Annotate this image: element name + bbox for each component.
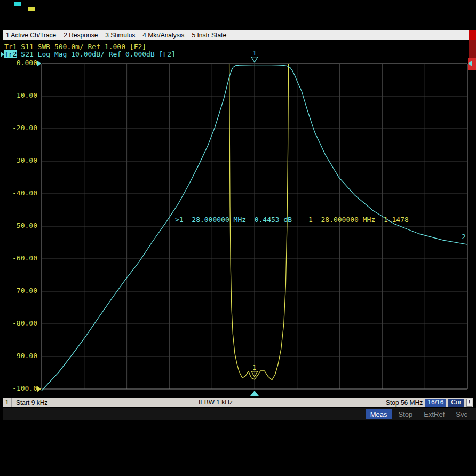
separator xyxy=(473,410,473,418)
marker-1-label-tr1: 1 xyxy=(252,364,256,371)
instrument-button-svc[interactable]: Svc xyxy=(451,409,472,419)
instrument-button-extref[interactable]: ExtRef xyxy=(419,409,449,419)
status-bar-right: Stop 56 MHz 16/16 Cor ! xyxy=(386,399,473,407)
separator xyxy=(418,410,418,418)
channel-number: 1 xyxy=(3,398,12,407)
correction-status-badge: Cor xyxy=(448,399,464,407)
start-frequency[interactable]: Start 9 kHz xyxy=(16,399,47,407)
instrument-button-stop[interactable]: Stop xyxy=(394,409,418,419)
marker-1-label-tr2: 1 xyxy=(252,50,256,57)
marker-stimulus-indicator[interactable] xyxy=(250,391,259,396)
stop-frequency[interactable]: Stop 56 MHz xyxy=(386,399,423,407)
instrument-button-meas[interactable]: Meas xyxy=(366,409,392,419)
trace2-end-label: 2 xyxy=(462,233,466,241)
alert-indicator[interactable]: ! xyxy=(466,399,472,407)
ref-level-indicator-tr2-left[interactable] xyxy=(37,60,41,67)
ref-level-indicator-tr2-right[interactable] xyxy=(468,60,472,67)
instrument-buttons: MeasStopExtRefSvc xyxy=(366,409,474,419)
averaging-counter-badge: 16/16 xyxy=(425,399,446,407)
separator xyxy=(393,410,393,418)
status-bar: 1 Start 9 kHz IFBW 1 kHz Stop 56 MHz 16/… xyxy=(3,398,473,407)
separator xyxy=(450,410,450,418)
vna-screen: 1 Active Ch/Trace2 Response3 Stimulus4 M… xyxy=(0,0,476,476)
marker-1-triangle-tr2[interactable] xyxy=(251,57,258,62)
instrument-status-bar: MeasStopExtRefSvc xyxy=(3,408,476,420)
ifbw-value[interactable]: IFBW 1 kHz xyxy=(199,399,233,407)
marker1-readout-trace2: >1 28.000000 MHz -0.4453 dB xyxy=(175,216,292,224)
marker1-readout-trace1: 1 28.000000 MHz 1.1478 xyxy=(308,216,409,224)
ref-level-indicator-tr1-left[interactable] xyxy=(37,386,41,392)
